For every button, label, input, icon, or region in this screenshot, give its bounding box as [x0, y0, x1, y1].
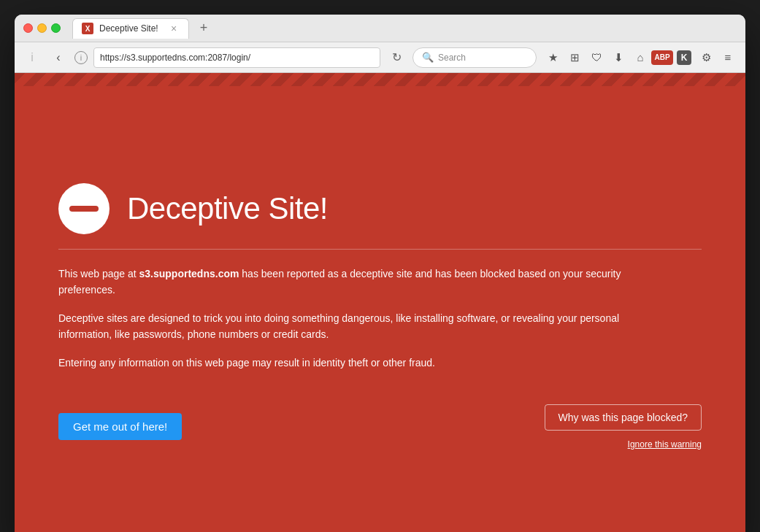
- search-bar[interactable]: 🔍 Search: [412, 47, 537, 68]
- abp-icon: ABP: [651, 50, 672, 65]
- traffic-lights: [23, 23, 61, 33]
- reload-icon: ↻: [392, 50, 402, 64]
- tab-bar: X Deceptive Site! × +: [72, 18, 737, 39]
- security-info-button[interactable]: i: [74, 51, 88, 64]
- why-blocked-button[interactable]: Why was this page blocked?: [545, 404, 702, 431]
- nav-bar: i ‹ i https://s3.supportedns.com:2087/lo…: [15, 42, 745, 73]
- browser-window: X Deceptive Site! × + i ‹ i https://s3.s…: [15, 15, 745, 532]
- menu-button[interactable]: ≡: [718, 47, 738, 68]
- k-icon: K: [677, 50, 691, 65]
- url-text: https://s3.supportedns.com:2087/login/: [100, 53, 250, 63]
- tab-close-button[interactable]: ×: [168, 23, 180, 34]
- warning-body: This web page at s3.supportedns.com has …: [58, 266, 628, 382]
- warning-title: Deceptive Site!: [127, 191, 328, 226]
- security-info-icon: i: [80, 53, 82, 62]
- reload-button[interactable]: ↻: [386, 47, 407, 68]
- warning-divider: [58, 249, 702, 250]
- right-actions: Why was this page blocked? Ignore this w…: [545, 404, 702, 450]
- minimize-window-button[interactable]: [37, 23, 47, 33]
- ignore-warning-button[interactable]: Ignore this warning: [628, 439, 702, 450]
- warning-actions: Get me out of here! Why was this page bl…: [58, 404, 702, 450]
- star-icon: ★: [548, 51, 558, 64]
- warning-paragraph-1: This web page at s3.supportedns.com has …: [58, 266, 628, 298]
- tab-favicon: X: [82, 23, 93, 34]
- abp-button[interactable]: ABP: [652, 47, 672, 68]
- warning-icon: [58, 183, 110, 234]
- address-bar[interactable]: https://s3.supportedns.com:2087/login/: [93, 47, 380, 68]
- warning-content: Deceptive Site! This web page at s3.supp…: [15, 86, 745, 532]
- back-button[interactable]: ‹: [48, 47, 69, 68]
- shield-button[interactable]: 🛡: [586, 47, 607, 68]
- bookmark-button[interactable]: ⊞: [564, 47, 585, 68]
- warning-paragraph-3: Entering any information on this web pag…: [58, 355, 628, 371]
- star-button[interactable]: ★: [542, 47, 563, 68]
- new-tab-button[interactable]: +: [193, 18, 214, 39]
- info-nav-button[interactable]: i: [22, 47, 42, 68]
- k-extension-button[interactable]: K: [674, 47, 694, 68]
- download-button[interactable]: ⬇: [608, 47, 629, 68]
- download-icon: ⬇: [614, 51, 623, 64]
- extensions-icon: ⚙: [702, 51, 711, 64]
- shield-icon: 🛡: [591, 51, 602, 63]
- escape-button[interactable]: Get me out of here!: [58, 413, 182, 440]
- search-icon: 🔍: [422, 52, 434, 63]
- favicon-letter: X: [85, 25, 91, 33]
- warning-header: Deceptive Site!: [58, 183, 702, 234]
- extensions-button[interactable]: ⚙: [696, 47, 716, 68]
- home-icon: ⌂: [637, 51, 643, 63]
- active-tab[interactable]: X Deceptive Site! ×: [72, 18, 189, 39]
- minus-icon: [69, 206, 99, 212]
- bookmark-icon: ⊞: [570, 51, 580, 64]
- title-bar: X Deceptive Site! × +: [15, 15, 745, 42]
- warning-paragraph-2: Deceptive sites are designed to trick yo…: [58, 310, 628, 343]
- home-button[interactable]: ⌂: [630, 47, 650, 68]
- stripe-bar: [15, 73, 745, 86]
- close-window-button[interactable]: [23, 23, 33, 33]
- warning-domain: s3.supportedns.com: [139, 268, 239, 280]
- toolbar-icons: ★ ⊞ 🛡 ⬇ ⌂ ABP K ⚙ ≡: [542, 47, 738, 68]
- menu-icon: ≡: [725, 51, 732, 63]
- tab-title: Deceptive Site!: [99, 23, 162, 34]
- maximize-window-button[interactable]: [51, 23, 61, 33]
- search-placeholder: Search: [438, 53, 466, 63]
- info-icon: i: [31, 51, 34, 64]
- back-icon: ‹: [56, 51, 60, 64]
